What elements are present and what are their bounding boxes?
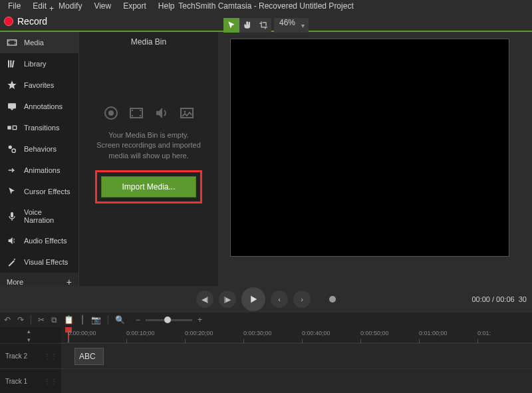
grip-icon: ⋮⋮	[44, 352, 57, 360]
menu-edit[interactable]: Edit	[27, 0, 52, 12]
library-icon	[7, 59, 17, 68]
zoom-in-button[interactable]: +	[198, 315, 202, 325]
undo-icon[interactable]: ↶	[4, 315, 11, 325]
copy-icon[interactable]: ⧉	[51, 315, 57, 325]
svg-rect-20	[140, 115, 141, 116]
record-circle-icon	[103, 105, 119, 121]
track-header-1[interactable]: Track 1⋮⋮	[0, 368, 61, 393]
track-lane-2[interactable]: ABC	[61, 343, 532, 368]
sidebar-item-media[interactable]: Media	[0, 32, 78, 53]
split-icon[interactable]: ⎮	[80, 315, 84, 325]
ruler-tick: 0:00:30;00	[243, 330, 272, 336]
crop-tool[interactable]	[255, 18, 271, 33]
speaker-icon	[154, 105, 170, 121]
sidebar-item-label: Favorites	[24, 81, 54, 89]
transitions-icon	[7, 123, 17, 132]
sidebar-item-library[interactable]: Library	[0, 53, 78, 74]
sidebar-item-label: Visual Effects	[24, 258, 68, 266]
playback-bar: ◀| |▶ ‹ › 00:00 / 00:06 30	[0, 286, 532, 313]
step-back-button[interactable]: |▶	[219, 291, 236, 308]
audio-icon	[7, 236, 17, 245]
sidebar-item-label: Transitions	[24, 124, 59, 132]
pan-tool[interactable]	[239, 18, 255, 33]
preview-canvas[interactable]	[230, 39, 509, 257]
svg-rect-18	[132, 115, 133, 116]
zoom-search-icon[interactable]: 🔍	[115, 315, 125, 325]
grip-icon: ⋮⋮	[44, 378, 57, 385]
svg-rect-8	[8, 103, 16, 108]
ruler-tick: 0:00:00;00	[68, 330, 96, 336]
sidebar-item-label: Cursor Effects	[24, 188, 70, 196]
prev-marker-button[interactable]: ‹	[271, 291, 288, 308]
svg-point-12	[12, 149, 15, 152]
canvas-toolbar: 46%	[0, 17, 532, 33]
sidebar-item-cursor-effects[interactable]: Cursor Effects	[0, 181, 78, 202]
sidebar-item-label: Voice Narration	[24, 208, 72, 224]
svg-rect-6	[10, 61, 11, 68]
timeline: + ▴ ▾ Track 2⋮⋮ Track 1⋮⋮ 0:00:00;00 0:0…	[0, 327, 532, 393]
svg-rect-3	[15, 41, 15, 41]
track-header-2[interactable]: Track 2⋮⋮	[0, 343, 61, 368]
sidebar-item-voice-narration[interactable]: Voice Narration	[0, 202, 78, 230]
timeline-ruler[interactable]: 0:00:00;00 0:00:10;00 0:00:20;00 0:00:30…	[61, 327, 532, 343]
select-tool[interactable]	[223, 18, 239, 33]
cursor-icon	[7, 187, 17, 196]
media-icon	[7, 38, 17, 47]
mic-icon	[7, 211, 17, 221]
cut-icon[interactable]: ✂	[38, 315, 45, 325]
redo-icon[interactable]: ↷	[17, 315, 24, 325]
ruler-tick: 0:00:50;00	[360, 330, 389, 336]
svg-rect-13	[11, 212, 13, 217]
svg-rect-1	[9, 41, 9, 41]
more-label: More	[7, 278, 23, 286]
side-panel: Media Library Favorites Annotations Tran…	[0, 32, 78, 286]
wand-icon	[7, 257, 17, 267]
sidebar-item-label: Audio Effects	[24, 237, 67, 245]
window-title: TechSmith Camtasia - Recovered Untitled …	[178, 1, 353, 11]
sidebar-item-audio-effects[interactable]: Audio Effects	[0, 230, 78, 251]
media-bin-panel: Media Bin Your Media Bin is empty. Scree…	[78, 32, 218, 286]
paste-icon[interactable]: 📋	[64, 315, 74, 325]
zoom-select[interactable]: 46%	[271, 18, 309, 33]
import-media-button[interactable]: Import Media...	[101, 176, 196, 197]
annotation-icon	[7, 102, 17, 111]
camera-icon[interactable]: 📷	[91, 315, 101, 325]
prev-frame-button[interactable]: ◀|	[196, 291, 213, 308]
timeline-clip[interactable]: ABC	[74, 348, 104, 365]
sidebar-item-label: Behaviors	[24, 145, 57, 153]
zoom-out-button[interactable]: −	[136, 315, 140, 325]
menu-help[interactable]: Help	[153, 0, 180, 12]
sidebar-item-behaviors[interactable]: Behaviors	[0, 138, 78, 160]
sidebar-item-transitions[interactable]: Transitions	[0, 117, 78, 138]
menu-view[interactable]: View	[88, 0, 116, 12]
sidebar-item-label: Animations	[24, 166, 60, 174]
svg-rect-9	[7, 126, 11, 129]
import-highlight: Import Media...	[95, 170, 201, 203]
ruler-tick: 0:00:20;00	[185, 330, 213, 336]
svg-rect-19	[140, 110, 141, 111]
sidebar-item-animations[interactable]: Animations	[0, 160, 78, 181]
chevron-up-icon[interactable]: ▴	[27, 328, 31, 334]
sidebar-item-annotations[interactable]: Annotations	[0, 96, 78, 117]
add-track-button[interactable]: +	[49, 4, 54, 13]
sidebar-item-favorites[interactable]: Favorites	[0, 74, 78, 96]
next-marker-button[interactable]: ›	[293, 291, 311, 308]
menu-export[interactable]: Export	[118, 0, 152, 12]
menu-modify[interactable]: Modify	[53, 0, 87, 12]
sidebar-item-visual-effects[interactable]: Visual Effects	[0, 251, 78, 273]
timeline-left-header: + ▴ ▾	[0, 327, 61, 343]
ruler-tick: 0:01:00;00	[419, 330, 448, 336]
play-button[interactable]	[241, 287, 265, 311]
media-bin-title: Media Bin	[79, 32, 218, 52]
svg-rect-10	[13, 126, 16, 129]
scrub-handle[interactable]	[329, 296, 336, 303]
track-lane-1[interactable]	[61, 368, 532, 393]
media-type-icons	[103, 105, 195, 121]
menu-file[interactable]: File	[3, 0, 26, 12]
chevron-down-icon[interactable]: ▾	[27, 337, 31, 343]
zoom-value: 46%	[274, 18, 309, 33]
film-icon	[128, 105, 144, 121]
svg-rect-2	[9, 43, 9, 44]
timeline-zoom-slider[interactable]	[146, 319, 192, 321]
ruler-tick: 0:00:10;00	[126, 330, 155, 336]
